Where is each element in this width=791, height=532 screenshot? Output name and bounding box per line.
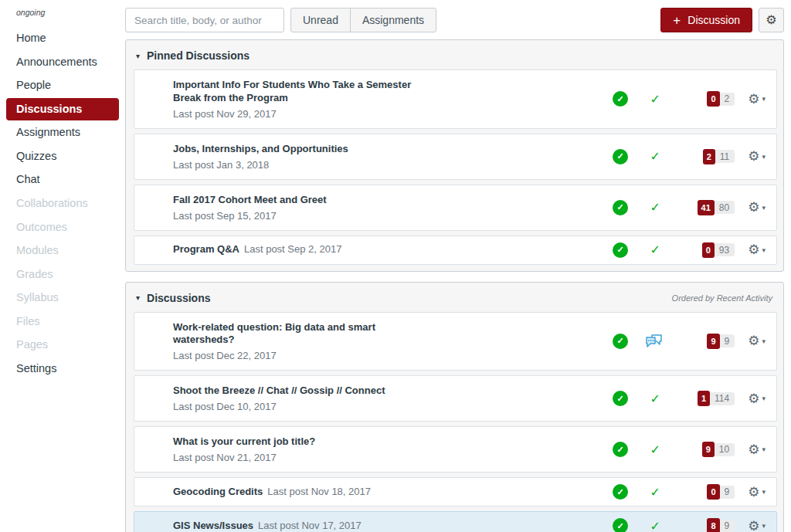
sidebar-item-outcomes[interactable]: Outcomes: [6, 216, 119, 239]
sidebar-item-syllabus[interactable]: Syllabus: [6, 286, 119, 310]
gear-icon: [748, 93, 759, 106]
discussion-title[interactable]: Geocoding Credits: [173, 486, 263, 499]
section-title: Discussions: [147, 292, 210, 304]
sidebar-item-label: Files: [16, 315, 40, 327]
search-input[interactable]: [125, 8, 284, 32]
row-settings-button[interactable]: [748, 150, 766, 163]
row-settings-button[interactable]: [748, 520, 766, 532]
read-checkmark-icon[interactable]: [647, 442, 664, 457]
badge-wrap: 2 11: [682, 150, 735, 163]
published-check-circle-icon[interactable]: [613, 442, 628, 457]
sidebar-item-label: Pages: [16, 338, 48, 351]
row-settings-button[interactable]: [748, 443, 766, 456]
sidebar-item-discussions[interactable]: Discussions: [6, 98, 119, 121]
discussion-row[interactable]: GIS News/Issues Last post Nov 17, 2017 8…: [134, 511, 777, 532]
caret-down-icon: [762, 153, 766, 161]
published-check-circle-icon[interactable]: [613, 484, 628, 500]
row-settings-button[interactable]: [748, 93, 766, 106]
discussion-row-icons: 41 80: [613, 200, 766, 215]
caret-down-icon[interactable]: [136, 293, 140, 302]
total-count: 9: [725, 520, 730, 531]
gear-icon: [766, 14, 776, 26]
badge-wrap: 41 80: [682, 201, 735, 214]
read-checkmark-icon[interactable]: [647, 391, 664, 406]
row-settings-button[interactable]: [748, 334, 766, 347]
sidebar-item-files[interactable]: Files: [6, 310, 119, 334]
discussion-title[interactable]: Work-related question: Big data and smar…: [173, 321, 432, 347]
sidebar-item-label: Announcements: [16, 56, 97, 68]
caret-down-icon: [762, 395, 766, 402]
discussion-row-icons: 0 2: [613, 91, 766, 107]
filter-button-group: Unread Assignments: [290, 8, 436, 32]
sidebar-item-label: Settings: [16, 362, 56, 374]
discussion-row-icons: 9 10: [613, 442, 766, 457]
discussion-row[interactable]: What is your current job title? Last pos…: [134, 426, 777, 473]
sidebar-item-grades[interactable]: Grades: [6, 263, 119, 286]
published-check-circle-icon[interactable]: [613, 149, 628, 164]
filter-unread-button[interactable]: Unread: [290, 8, 351, 32]
discussion-title[interactable]: Shoot the Breeze // Chat // Gossip // Co…: [173, 385, 385, 398]
read-checkmark-icon[interactable]: [647, 242, 664, 257]
row-settings-button[interactable]: [748, 486, 766, 499]
discussion-row[interactable]: Shoot the Breeze // Chat // Gossip // Co…: [134, 375, 777, 422]
gear-icon: [748, 443, 759, 456]
sidebar-item-chat[interactable]: Chat: [6, 168, 119, 191]
discussion-row[interactable]: Important Info For Students Who Take a S…: [134, 69, 777, 129]
discussion-title[interactable]: GIS News/Issues: [173, 520, 253, 532]
total-count: 10: [719, 444, 729, 455]
published-check-circle-icon[interactable]: [613, 242, 628, 258]
caret-down-icon[interactable]: [136, 52, 140, 60]
caret-down-icon: [762, 446, 766, 453]
sidebar-item-home[interactable]: Home: [6, 27, 119, 50]
discussion-row[interactable]: Program Q&A Last post Sep 2, 2017 0 93: [134, 236, 777, 265]
published-check-circle-icon[interactable]: [613, 91, 628, 107]
unread-count-badge: 0 93: [702, 243, 735, 256]
gear-icon: [748, 392, 759, 405]
read-checkmark-icon[interactable]: [647, 149, 664, 164]
total-count: 2: [725, 93, 730, 104]
total-count: 11: [720, 151, 729, 162]
last-post-label: Last post Nov 17, 2017: [258, 520, 362, 531]
sidebar-item-pages[interactable]: Pages: [6, 334, 119, 357]
sidebar-item-announcements[interactable]: Announcements: [6, 51, 119, 74]
discussion-title[interactable]: Program Q&A: [173, 243, 239, 256]
course-sidebar: ongoing HomeAnnouncementsPeopleDiscussio…: [0, 0, 125, 532]
sidebar-item-settings[interactable]: Settings: [6, 357, 119, 381]
sidebar-item-people[interactable]: People: [6, 74, 119, 97]
sidebar-item-collaborations[interactable]: Collaborations: [6, 192, 119, 215]
discussion-row[interactable]: Jobs, Internships, and Opportunities Las…: [134, 134, 777, 180]
sidebar-item-quizzes[interactable]: Quizzes: [6, 145, 119, 168]
discussion-title[interactable]: Jobs, Internships, and Opportunities: [173, 143, 348, 156]
discussion-title[interactable]: Important Info For Students Who Take a S…: [173, 79, 432, 105]
read-checkmark-icon[interactable]: [647, 200, 664, 215]
add-discussion-button[interactable]: Discussion: [660, 8, 752, 32]
gear-icon: [748, 334, 759, 347]
discussion-row[interactable]: Work-related question: Big data and smar…: [134, 312, 777, 371]
discussion-title[interactable]: What is your current job title?: [173, 435, 315, 449]
filter-assignments-button[interactable]: Assignments: [350, 8, 436, 32]
sidebar-item-modules[interactable]: Modules: [6, 239, 119, 263]
row-settings-button[interactable]: [748, 243, 766, 256]
published-check-circle-icon[interactable]: [613, 334, 628, 349]
discussion-row-icons: 0 9: [613, 484, 766, 500]
plus-icon: [673, 14, 681, 27]
read-checkmark-icon[interactable]: [647, 519, 664, 532]
published-check-circle-icon[interactable]: [613, 200, 628, 215]
sidebar-item-assignments[interactable]: Assignments: [6, 121, 119, 144]
discussions-settings-button[interactable]: [759, 8, 784, 32]
read-checkmark-icon[interactable]: [647, 92, 664, 107]
discussion-row[interactable]: Fall 2017 Cohort Meet and Greet Last pos…: [134, 185, 777, 231]
row-settings-button[interactable]: [748, 201, 766, 214]
sidebar-item-label: Syllabus: [16, 291, 59, 303]
published-check-circle-icon[interactable]: [613, 518, 628, 532]
section-title: Pinned Discussions: [147, 49, 250, 62]
unread-count: 9: [702, 442, 715, 457]
caret-down-icon: [762, 95, 766, 103]
last-post-label: Last post Nov 29, 2017: [173, 108, 432, 120]
discussion-title[interactable]: Fall 2017 Cohort Meet and Greet: [173, 194, 327, 207]
caret-down-icon: [762, 337, 766, 345]
read-checkmark-icon[interactable]: [647, 485, 664, 500]
published-check-circle-icon[interactable]: [613, 391, 628, 406]
row-settings-button[interactable]: [748, 392, 766, 405]
discussion-row[interactable]: Geocoding Credits Last post Nov 18, 2017…: [134, 477, 777, 507]
